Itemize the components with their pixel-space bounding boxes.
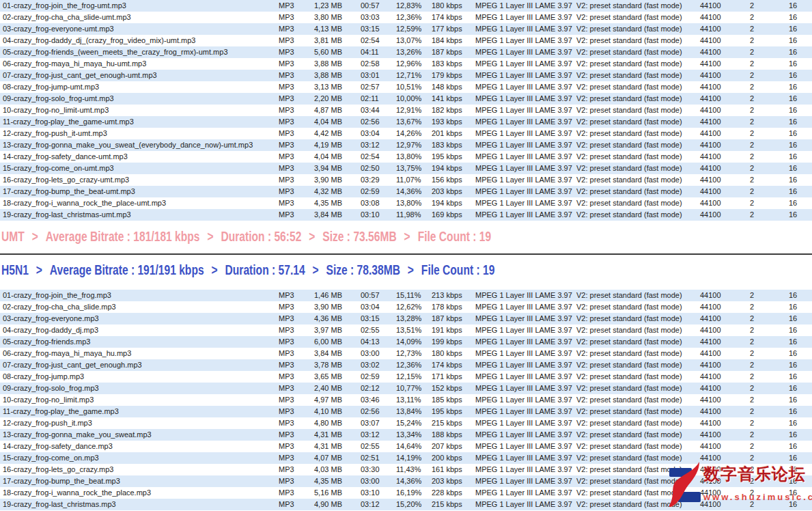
table-row[interactable]: 07-crazy_frog-just_cant_get_enough.mp3MP…	[0, 359, 812, 371]
table-row[interactable]: 06-crazy_frog-maya_hi_maya_hu.mp3MP33,84…	[0, 348, 812, 359]
format-cell: MP3	[276, 139, 311, 151]
sample-rate-cell: 44100	[697, 359, 747, 371]
size-cell: 3,88 MB	[311, 58, 358, 70]
sample-rate-cell: 44100	[697, 197, 747, 209]
percent-cell: 12,83%	[393, 0, 429, 12]
channels-cell: 2	[747, 313, 786, 324]
percent-cell: 14,36%	[393, 475, 429, 487]
channels-cell: 2	[747, 290, 786, 301]
table-row[interactable]: 09-crazy_frog-solo_frog-umt.mp3MP32,20 M…	[0, 93, 812, 105]
table-row[interactable]: 11-crazy_frog-play_the_game-umt.mp3MP34,…	[0, 116, 812, 128]
bits-cell: 16	[786, 441, 809, 452]
sample-rate-cell: 44100	[697, 371, 747, 383]
bitrate-cell: 174 kbps	[429, 12, 473, 23]
table-row[interactable]: 01-crazy_frog-join_the_frog.mp3MP31,46 M…	[0, 290, 812, 301]
bitrate-cell: 191 kbps	[429, 324, 473, 336]
bits-cell: 16	[786, 116, 809, 128]
file-name-cell: 13-crazy_frog-gonna_make_you_sweat.mp3	[0, 429, 276, 441]
table-row[interactable]: 17-crazy_frog-bump_the_beat-umt.mp3MP34,…	[0, 186, 812, 197]
table-row[interactable]: 09-crazy_frog-solo_frog.mp3MP32,40 MB02:…	[0, 383, 812, 394]
channels-cell: 2	[747, 23, 786, 35]
file-name-cell: 06-crazy_frog-maya_hi_maya_hu-umt.mp3	[0, 58, 276, 70]
table-row[interactable]: 08-crazy_frog-jump-umt.mp3MP33,13 MB02:5…	[0, 81, 812, 93]
format-cell: MP3	[276, 301, 311, 313]
duration-cell: 03:15	[358, 23, 393, 35]
percent-cell: 13,28%	[393, 313, 429, 324]
table-row[interactable]: 10-crazy_frog-no_limit-umt.mp3MP34,87 MB…	[0, 105, 812, 116]
group-summary-umt: UMT>Average Bitrate : 181/181 kbps>Durat…	[1, 228, 629, 245]
table-row[interactable]: 16-crazy_frog-lets_go_crazy-umt.mp3MP33,…	[0, 174, 812, 186]
table-row[interactable]: 12-crazy_frog-push_it.mp3MP34,80 MB03:07…	[0, 417, 812, 429]
bitrate-cell: 194 kbps	[429, 197, 473, 209]
table-row[interactable]: 01-crazy_frog-join_the_frog-umt.mp3MP31,…	[0, 0, 812, 12]
file-name-cell: 16-crazy_frog-lets_go_crazy.mp3	[0, 464, 276, 475]
file-name-cell: 05-crazy_frog-friends_(ween_meets_the_cr…	[0, 46, 276, 58]
size-cell: 4,31 MB	[311, 429, 358, 441]
size-cell: 3,90 MB	[311, 174, 358, 186]
table-row[interactable]: 04-crazy_frog-daddy_dj_(crazy_frog_video…	[0, 35, 812, 46]
codec-cell: MPEG 1 Layer III LAME 3.97 V2: preset st…	[473, 128, 697, 139]
channels-cell: 2	[747, 174, 786, 186]
percent-cell: 13,67%	[393, 116, 429, 128]
channels-cell: 2	[747, 394, 786, 406]
codec-cell: MPEG 1 Layer III LAME 3.97 V2: preset st…	[473, 487, 697, 499]
table-row[interactable]: 02-crazy_frog-cha_cha_slide.mp3MP33,90 M…	[0, 301, 812, 313]
sample-rate-cell: 44100	[697, 290, 747, 301]
bits-cell: 16	[786, 105, 809, 116]
percent-cell: 12,59%	[393, 23, 429, 35]
format-cell: MP3	[276, 452, 311, 464]
bits-cell: 16	[786, 429, 809, 441]
table-row[interactable]: 05-crazy_frog-friends.mp3MP36,00 MB04:13…	[0, 336, 812, 348]
channels-cell: 2	[747, 348, 786, 359]
table-row[interactable]: 07-crazy_frog-just_cant_get_enough-umt.m…	[0, 70, 812, 81]
sample-rate-cell: 44100	[697, 429, 747, 441]
table-row[interactable]: 02-crazy_frog-cha_cha_slide-umt.mp3MP33,…	[0, 12, 812, 23]
bitrate-cell: 199 kbps	[429, 336, 473, 348]
chevron-separator-icon: >	[207, 228, 213, 245]
table-row[interactable]: 11-crazy_frog-play_the_game.mp3MP34,10 M…	[0, 406, 812, 417]
table-row[interactable]: 13-crazy_frog-gonna_make_you_sweat_(ever…	[0, 139, 812, 151]
channels-cell: 2	[747, 163, 786, 174]
summary-size: Size : 73.56MB	[322, 229, 396, 244]
codec-cell: MPEG 1 Layer III LAME 3.97 V2: preset st…	[473, 116, 697, 128]
codec-cell: MPEG 1 Layer III LAME 3.97 V2: preset st…	[473, 313, 697, 324]
table-row[interactable]: 14-crazy_frog-safety_dance.mp3MP34,31 MB…	[0, 441, 812, 452]
table-row[interactable]: 06-crazy_frog-maya_hi_maya_hu-umt.mp3MP3…	[0, 58, 812, 70]
channels-cell: 2	[747, 105, 786, 116]
codec-cell: MPEG 1 Layer III LAME 3.97 V2: preset st…	[473, 290, 697, 301]
channels-cell: 2	[747, 35, 786, 46]
table-row[interactable]: 10-crazy_frog-no_limit.mp3MP34,97 MB03:4…	[0, 394, 812, 406]
bits-cell: 16	[786, 290, 809, 301]
bitrate-cell: 182 kbps	[429, 105, 473, 116]
format-cell: MP3	[276, 70, 311, 81]
sample-rate-cell: 44100	[697, 174, 747, 186]
size-cell: 4,10 MB	[311, 406, 358, 417]
table-row[interactable]: 12-crazy_frog-push_it-umt.mp3MP34,42 MB0…	[0, 128, 812, 139]
table-row[interactable]: 05-crazy_frog-friends_(ween_meets_the_cr…	[0, 46, 812, 58]
bitrate-cell: 215 kbps	[429, 417, 473, 429]
bits-cell: 16	[786, 12, 809, 23]
table-row[interactable]: 15-crazy_frog-come_on-umt.mp3MP33,94 MB0…	[0, 163, 812, 174]
duration-cell: 02:58	[358, 58, 393, 70]
table-row[interactable]: 08-crazy_frog-jump.mp3MP33,65 MB02:5912,…	[0, 371, 812, 383]
format-cell: MP3	[276, 417, 311, 429]
table-row[interactable]: 19-crazy_frog-last_christmas-umt.mp3MP33…	[0, 209, 812, 221]
table-row[interactable]: 03-crazy_frog-everyone.mp3MP34,36 MB03:1…	[0, 313, 812, 324]
table-row[interactable]: 04-crazy_frog-daddy_dj.mp3MP33,97 MB02:5…	[0, 324, 812, 336]
table-row[interactable]: 03-crazy_frog-everyone-umt.mp3MP34,13 MB…	[0, 23, 812, 35]
duration-cell: 03:15	[358, 313, 393, 324]
table-row[interactable]: 18-crazy_frog-i_wanna_rock_the_place-umt…	[0, 197, 812, 209]
size-cell: 3,78 MB	[311, 359, 358, 371]
section-divider	[0, 253, 812, 255]
bits-cell: 16	[786, 81, 809, 93]
sample-rate-cell: 44100	[697, 93, 747, 105]
channels-cell: 2	[747, 324, 786, 336]
file-name-cell: 11-crazy_frog-play_the_game.mp3	[0, 406, 276, 417]
percent-cell: 13,80%	[393, 151, 429, 163]
table-row[interactable]: 14-crazy_frog-safety_dance-umt.mp3MP34,0…	[0, 151, 812, 163]
bitrate-cell: 185 kbps	[429, 394, 473, 406]
table-row[interactable]: 13-crazy_frog-gonna_make_you_sweat.mp3MP…	[0, 429, 812, 441]
size-cell: 4,32 MB	[311, 186, 358, 197]
bits-cell: 16	[786, 35, 809, 46]
summary-file-count: File Count : 19	[418, 229, 491, 244]
